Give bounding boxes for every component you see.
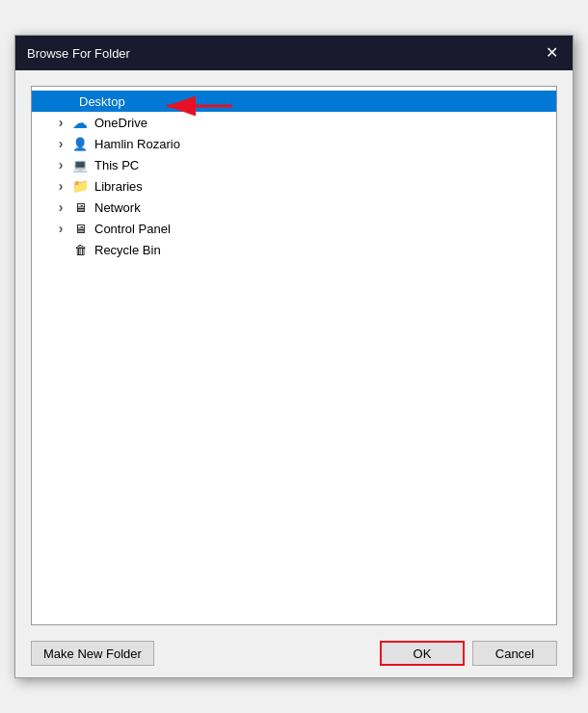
onedrive-icon — [70, 115, 90, 130]
user-icon — [70, 136, 90, 151]
dialog-footer: Make New Folder OK Cancel — [15, 641, 573, 677]
tree-item-hamlin[interactable]: Hamlin Rozario — [32, 133, 556, 154]
expander-libraries — [53, 178, 68, 194]
tree-item-thispc[interactable]: This PC — [32, 154, 556, 175]
close-button[interactable]: ✕ — [542, 43, 561, 63]
network-icon — [70, 199, 90, 215]
expander-network — [53, 199, 68, 215]
tree-item-desktop[interactable]: Desktop — [32, 91, 556, 112]
pc-icon — [70, 157, 90, 172]
tree-item-libraries[interactable]: Libraries — [32, 175, 556, 197]
title-bar: Browse For Folder ✕ — [15, 36, 573, 70]
desktop-icon — [55, 93, 74, 109]
expander-onedrive — [53, 115, 68, 130]
expander-controlpanel — [53, 221, 68, 236]
controlpanel-icon — [70, 221, 90, 236]
tree-item-controlpanel[interactable]: Control Panel — [32, 218, 556, 239]
recyclebin-label: Recycle Bin — [94, 243, 161, 257]
ok-button[interactable]: OK — [380, 641, 465, 666]
footer-right: OK Cancel — [380, 641, 557, 666]
network-label: Network — [94, 200, 141, 215]
thispc-label: This PC — [94, 158, 139, 172]
footer-left: Make New Folder — [31, 641, 154, 666]
tree-item-recyclebin[interactable]: Recycle Bin — [32, 239, 556, 260]
tree-item-network[interactable]: Network — [32, 197, 556, 218]
onedrive-label: OneDrive — [94, 116, 147, 130]
dialog-title: Browse For Folder — [27, 46, 130, 61]
tree-item-onedrive[interactable]: OneDrive — [32, 112, 556, 133]
libraries-icon — [70, 178, 90, 194]
make-new-folder-button[interactable]: Make New Folder — [31, 641, 154, 666]
expander-hamlin — [53, 136, 68, 151]
recyclebin-icon — [70, 242, 90, 257]
desktop-label: Desktop — [79, 94, 125, 109]
controlpanel-label: Control Panel — [94, 222, 171, 236]
dialog-body: Desktop OneDrive Ham — [15, 70, 573, 641]
browse-for-folder-dialog: Browse For Folder ✕ Desktop — [14, 35, 574, 678]
libraries-label: Libraries — [94, 179, 143, 194]
cancel-button[interactable]: Cancel — [472, 641, 557, 666]
expander-thispc — [53, 157, 68, 172]
folder-tree[interactable]: Desktop OneDrive Ham — [31, 86, 557, 625]
hamlin-label: Hamlin Rozario — [94, 137, 180, 151]
